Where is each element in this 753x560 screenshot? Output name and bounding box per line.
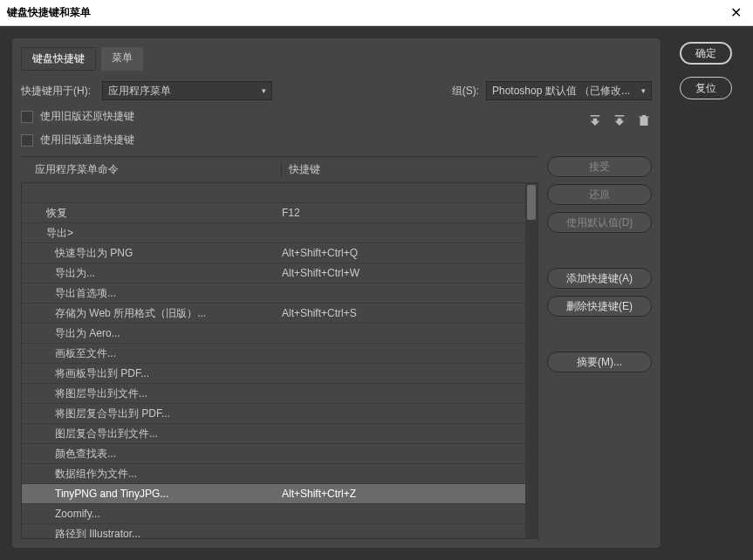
scrollbar[interactable] [525, 183, 537, 538]
legacy-undo-checkbox[interactable] [21, 111, 33, 123]
list-item[interactable]: 将图层导出到文件... [22, 384, 537, 404]
shortcuts-for-label: 快捷键用于(H): [21, 84, 95, 99]
shortcuts-for-dropdown[interactable]: 应用程序菜单 ▾ [102, 81, 272, 100]
tab-bar: 键盘快捷键 菜单 [21, 47, 652, 71]
column-command: 应用程序菜单命令 [28, 162, 281, 177]
command-name: 导出为 Aero... [22, 326, 275, 341]
legacy-channel-label: 使用旧版通道快捷键 [40, 133, 134, 147]
list-item[interactable]: 恢复F12 [22, 203, 537, 223]
list-item[interactable]: 存储为 Web 所用格式（旧版）...Alt+Shift+Ctrl+S [22, 304, 537, 324]
command-name: 数据组作为文件... [22, 467, 275, 481]
tab-keyboard-shortcuts[interactable]: 键盘快捷键 [21, 47, 96, 71]
command-name: 将图层导出到文件... [22, 386, 275, 401]
set-label: 组(S): [452, 84, 479, 99]
command-name: 导出为... [22, 266, 275, 281]
new-set-icon[interactable] [612, 113, 627, 128]
tab-menus[interactable]: 菜单 [101, 47, 143, 71]
command-name: 图层复合导出到文件... [22, 427, 275, 441]
command-name: 将画板导出到 PDF... [22, 366, 275, 381]
scrollbar-thumb[interactable] [527, 185, 536, 220]
chevron-down-icon: ▾ [262, 86, 266, 95]
reset-button[interactable]: 复位 [680, 77, 732, 99]
list-item[interactable]: 数据组作为文件... [22, 464, 537, 484]
chevron-down-icon: ▾ [641, 86, 646, 95]
summary-button[interactable]: 摘要(M)... [547, 352, 652, 372]
command-name: 导出首选项... [22, 286, 275, 301]
list-item[interactable]: 将图层复合导出到 PDF... [22, 404, 537, 424]
command-name: TinyPNG and TinyJPG... [22, 488, 275, 500]
shortcut-key: Alt+Shift+Ctrl+Q [275, 247, 537, 259]
list-item[interactable]: 路径到 Illustrator... [22, 524, 537, 538]
close-icon[interactable]: ✕ [725, 4, 746, 21]
add-shortcut-button[interactable]: 添加快捷键(A) [547, 268, 652, 289]
side-buttons: 确定 复位 [671, 38, 741, 548]
column-shortcut: 快捷键 [281, 162, 531, 177]
set-dropdown[interactable]: Photoshop 默认值 （已修改... ▾ [486, 81, 652, 100]
default-button[interactable]: 使用默认值(D) [547, 212, 652, 233]
shortcuts-for-value: 应用程序菜单 [108, 84, 171, 99]
command-name: 路径到 Illustrator... [22, 527, 275, 539]
list-item[interactable]: 导出> [22, 223, 537, 243]
shortcut-list: 恢复F12导出>快速导出为 PNGAlt+Shift+Ctrl+Q导出为...A… [21, 183, 538, 539]
list-item[interactable]: 将画板导出到 PDF... [22, 364, 537, 384]
command-name: 将图层复合导出到 PDF... [22, 406, 275, 421]
shortcut-key: Alt+Shift+Ctrl+Z [275, 488, 537, 500]
command-name: 导出> [22, 226, 275, 241]
list-header: 应用程序菜单命令 快捷键 [21, 156, 538, 183]
dialog-content: 键盘快捷键 菜单 快捷键用于(H): 应用程序菜单 ▾ 使用旧版还原快捷键 [0, 26, 753, 560]
list-item[interactable]: 快速导出为 PNGAlt+Shift+Ctrl+Q [22, 243, 537, 263]
command-name: 快速导出为 PNG [22, 246, 275, 261]
command-name: 颜色查找表... [22, 447, 275, 461]
accept-button[interactable]: 接受 [547, 156, 652, 177]
trash-icon[interactable] [636, 113, 652, 128]
undo-button[interactable]: 还原 [547, 184, 652, 205]
list-item[interactable]: 颜色查找表... [22, 444, 537, 464]
shortcut-key: F12 [275, 207, 537, 219]
shortcut-key: Alt+Shift+Ctrl+S [275, 307, 537, 319]
ok-button[interactable]: 确定 [680, 42, 732, 65]
main-panel: 键盘快捷键 菜单 快捷键用于(H): 应用程序菜单 ▾ 使用旧版还原快捷键 [12, 38, 661, 548]
shortcut-key: Alt+Shift+Ctrl+W [275, 267, 537, 279]
legacy-channel-checkbox[interactable] [21, 134, 33, 147]
list-item[interactable]: 图层复合导出到文件... [22, 424, 537, 444]
save-set-icon[interactable] [587, 113, 603, 128]
list-item[interactable]: 画板至文件... [22, 344, 537, 364]
command-name: 恢复 [22, 206, 275, 221]
dialog-window: 键盘快捷键和菜单 ✕ 键盘快捷键 菜单 快捷键用于(H): 应用程序菜单 ▾ [0, 0, 753, 560]
button-panel: 接受 还原 使用默认值(D) 添加快捷键(A) 删除快捷键(E) 摘要(M)..… [547, 156, 652, 539]
dialog-title: 键盘快捷键和菜单 [7, 5, 725, 20]
command-name: 画板至文件... [22, 346, 275, 361]
titlebar: 键盘快捷键和菜单 ✕ [0, 0, 753, 26]
delete-shortcut-button[interactable]: 删除快捷键(E) [547, 296, 652, 317]
list-item[interactable]: Zoomify... [22, 504, 537, 524]
command-name: 存储为 Web 所用格式（旧版）... [22, 306, 275, 321]
set-value: Photoshop 默认值 （已修改... [492, 84, 630, 99]
list-item[interactable]: 导出为 Aero... [22, 324, 537, 344]
list-item[interactable]: 导出为...Alt+Shift+Ctrl+W [22, 263, 537, 283]
legacy-undo-label: 使用旧版还原快捷键 [40, 109, 134, 124]
list-item[interactable]: 导出首选项... [22, 283, 537, 304]
command-name: Zoomify... [22, 508, 275, 520]
list-item[interactable]: TinyPNG and TinyJPG...Alt+Shift+Ctrl+Z [22, 484, 537, 504]
